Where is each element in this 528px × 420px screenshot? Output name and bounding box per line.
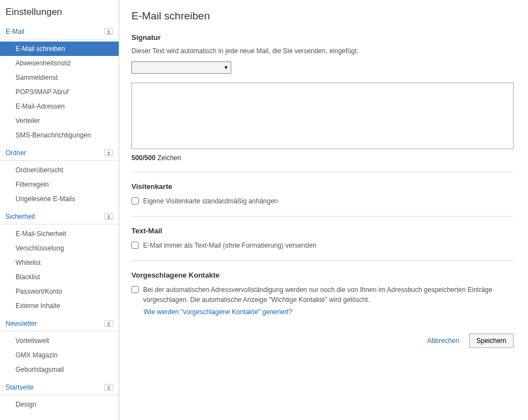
nav-section-label: Sicherheit bbox=[6, 213, 35, 221]
nav-item[interactable]: Passwort/Konto bbox=[0, 284, 119, 299]
nav-item[interactable]: Externe Inhalte bbox=[0, 299, 119, 313]
divider bbox=[131, 172, 514, 172]
nav-item[interactable]: E-Mail-Adressen bbox=[0, 99, 119, 114]
nav-item[interactable]: Ordnerübersicht bbox=[0, 163, 119, 177]
nav-item[interactable]: Sammeldienst bbox=[0, 70, 119, 85]
sidebar-title: Einstellungen bbox=[0, 6, 119, 24]
contacts-checkbox[interactable] bbox=[131, 286, 139, 293]
contacts-checkbox-label: Bei der automatischen Adressvervollständ… bbox=[143, 285, 514, 305]
signature-textarea[interactable] bbox=[131, 83, 514, 149]
nav-item[interactable]: Verteiler bbox=[0, 114, 119, 128]
nav-section-header[interactable]: Ordner bbox=[0, 146, 119, 161]
textmail-checkbox-label: E-Mail immer als Text-Mail (ohne Formati… bbox=[143, 240, 317, 250]
nav-section-header[interactable]: Startseite bbox=[0, 380, 119, 395]
nav-section-header[interactable]: E-Mail bbox=[0, 24, 119, 39]
nav-section-label: E-Mail bbox=[6, 28, 24, 35]
nav-item[interactable]: Verschlüsselung bbox=[0, 241, 119, 255]
footer-buttons: Abbrechen Speichern bbox=[131, 334, 514, 348]
nav-item[interactable]: Filterregeln bbox=[0, 177, 119, 192]
contacts-heading: Vorgeschlagene Kontakte bbox=[131, 271, 514, 279]
page-title: E-Mail schreiben bbox=[131, 10, 514, 22]
collapse-icon[interactable] bbox=[104, 28, 113, 35]
vcard-heading: Visitenkarte bbox=[131, 182, 514, 191]
collapse-icon[interactable] bbox=[104, 384, 113, 391]
signature-desc: Dieser Text wird automatisch in jede neu… bbox=[131, 47, 514, 55]
divider bbox=[131, 260, 514, 261]
nav-item[interactable]: Geburtstagsmail bbox=[0, 362, 119, 377]
nav-section-label: Newsletter bbox=[6, 320, 37, 327]
nav-item[interactable]: E-Mail-Sicherheit bbox=[0, 227, 119, 241]
nav-item[interactable]: Vorteilswelt bbox=[0, 334, 119, 348]
collapse-icon[interactable] bbox=[104, 150, 113, 156]
signature-section: Signatur Dieser Text wird automatisch in… bbox=[131, 33, 514, 162]
signature-heading: Signatur bbox=[131, 33, 514, 42]
textmail-heading: Text-Mail bbox=[131, 227, 514, 235]
nav-section-label: Startseite bbox=[6, 383, 34, 391]
nav-item[interactable]: POP3/IMAP Abruf bbox=[0, 85, 119, 99]
nav-section-label: Ordner bbox=[6, 149, 26, 157]
divider bbox=[131, 216, 514, 217]
nav-item[interactable]: Blacklist bbox=[0, 270, 119, 284]
char-count: 500/500 bbox=[131, 154, 155, 162]
nav-item[interactable]: Whitelist bbox=[0, 255, 119, 270]
signature-char-counter: 500/500 Zeichen bbox=[131, 154, 514, 162]
signature-select[interactable] bbox=[131, 62, 231, 74]
nav-item[interactable]: Ungelesene E-Mails bbox=[0, 192, 119, 206]
nav-item[interactable]: Design bbox=[0, 397, 119, 412]
vcard-checkbox[interactable] bbox=[131, 197, 139, 204]
sidebar: Einstellungen E-MailE-Mail schreibenAbwe… bbox=[0, 0, 119, 420]
nav-section-header[interactable]: Newsletter bbox=[0, 316, 119, 331]
contacts-section: Vorgeschlagene Kontakte Bei der automati… bbox=[131, 271, 514, 316]
nav-item[interactable]: SMS-Benachrichtigungen bbox=[0, 128, 119, 142]
collapse-icon[interactable] bbox=[104, 320, 113, 327]
textmail-section: Text-Mail E-Mail immer als Text-Mail (oh… bbox=[131, 227, 514, 250]
nav-item[interactable]: E-Mail schreiben bbox=[0, 42, 119, 56]
vcard-section: Visitenkarte Eigene Visitenkarte standar… bbox=[131, 182, 514, 206]
nav-item[interactable]: Abwesenheitsnotiz bbox=[0, 56, 119, 70]
char-label: Zeichen bbox=[155, 154, 181, 162]
nav-item[interactable]: GMX Magazin bbox=[0, 348, 119, 362]
cancel-button[interactable]: Abbrechen bbox=[427, 337, 459, 345]
nav-section-header[interactable]: Sicherheit bbox=[0, 209, 119, 224]
main-content: E-Mail schreiben Signatur Dieser Text wi… bbox=[119, 0, 528, 420]
save-button[interactable]: Speichern bbox=[469, 334, 514, 348]
contacts-help-link[interactable]: Wie werden "vorgeschlagene Kontakte" gen… bbox=[144, 308, 514, 316]
vcard-checkbox-label: Eigene Visitenkarte standardmäßig anhäng… bbox=[143, 196, 278, 206]
textmail-checkbox[interactable] bbox=[131, 242, 139, 249]
collapse-icon[interactable] bbox=[104, 213, 113, 220]
